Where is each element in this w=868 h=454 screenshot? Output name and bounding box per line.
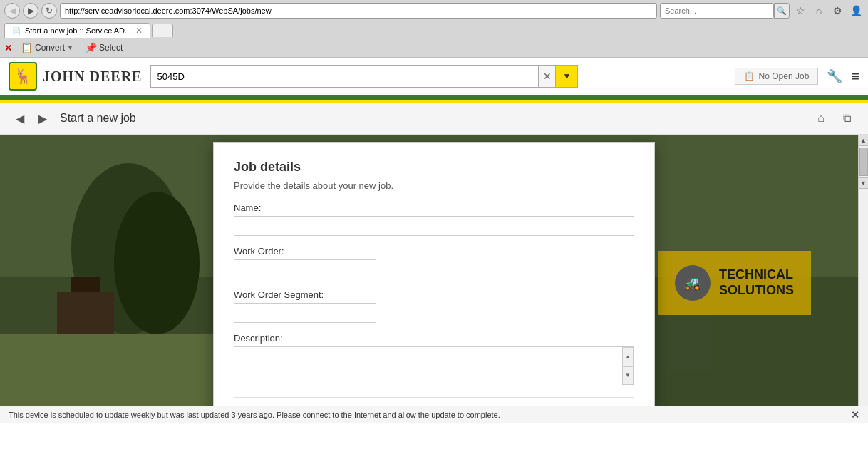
description-textarea[interactable] bbox=[234, 346, 634, 383]
address-bar[interactable] bbox=[60, 3, 657, 19]
brand-stripe bbox=[0, 97, 868, 103]
forward-button[interactable]: ▶ bbox=[23, 3, 38, 19]
back-button[interactable]: ◀ bbox=[4, 3, 20, 19]
no-job-icon: 📋 bbox=[744, 71, 755, 81]
browser-nav-bar: ◀ ▶ ↻ 🔍 ☆ ⌂ ⚙ 👤 bbox=[0, 0, 868, 21]
status-message: This device is scheduled to update weekl… bbox=[9, 411, 500, 419]
scroll-down-button[interactable]: ▼ bbox=[859, 177, 869, 189]
header-right-section: 📋 No Open Job 🔧 ≡ bbox=[735, 68, 859, 85]
select-label: Select bbox=[99, 43, 123, 53]
convert-label: Convert bbox=[35, 43, 65, 53]
breadcrumb-nav: ◀ ▶ Start a new job ⌂ ⧉ bbox=[0, 103, 868, 135]
work-order-segment-label: Work Order Segment: bbox=[234, 289, 634, 300]
select-icon: 📌 bbox=[85, 42, 97, 53]
clear-model-button[interactable]: ✕ bbox=[538, 65, 555, 88]
tab-close-button[interactable]: ✕ bbox=[135, 26, 143, 36]
skip-section: Skip this step and continue working. War… bbox=[234, 397, 634, 406]
dialog-title: Job details bbox=[234, 160, 634, 175]
convert-button[interactable]: 📋 Convert ▼ bbox=[18, 41, 76, 55]
wrench-settings-icon[interactable]: 🔧 bbox=[827, 68, 842, 84]
no-job-label: No Open Job bbox=[759, 71, 810, 81]
hamburger-menu-icon[interactable]: ≡ bbox=[851, 68, 859, 85]
name-field-group: Name: bbox=[234, 202, 634, 236]
nav-right-icons: ⌂ ⧉ bbox=[811, 108, 857, 128]
deer-icon: 🦌 bbox=[9, 62, 37, 91]
user-icon: 👤 bbox=[848, 3, 864, 19]
settings-button[interactable]: ⚙ bbox=[830, 3, 845, 19]
description-label: Description: bbox=[234, 333, 634, 344]
job-details-dialog: Job details Provide the details about yo… bbox=[213, 142, 655, 406]
work-order-field-group: Work Order: bbox=[234, 246, 634, 279]
nav-back-button[interactable]: ◀ bbox=[11, 110, 29, 127]
app-header: 🦌 JOHN DEERE ✕ ▼ 📋 No Open Job 🔧 ≡ bbox=[0, 58, 868, 97]
star-button[interactable]: ☆ bbox=[792, 3, 808, 19]
page-scrollbar: ▲ ▼ bbox=[858, 135, 868, 406]
work-order-label: Work Order: bbox=[234, 246, 634, 257]
name-label: Name: bbox=[234, 202, 634, 213]
convert-icon: 📋 bbox=[21, 42, 33, 53]
nav-home-icon[interactable]: ⌂ bbox=[811, 108, 831, 128]
tab-bar: 📄 Start a new job :: Service AD... ✕ + bbox=[0, 21, 868, 38]
name-input[interactable] bbox=[234, 216, 634, 236]
brand-name: JOHN DEERE bbox=[43, 68, 142, 85]
work-order-segment-input[interactable] bbox=[234, 303, 376, 323]
toolbar-close-button[interactable]: ✕ bbox=[4, 43, 12, 53]
status-bar: This device is scheduled to update weekl… bbox=[0, 406, 868, 423]
main-content-area: 🚜 TECHNICAL SOLUTIONS Job details Provid… bbox=[0, 135, 868, 406]
dialog-subtitle: Provide the details about your new job. bbox=[234, 180, 634, 191]
model-search-input[interactable] bbox=[150, 65, 538, 88]
description-textarea-wrapper: ▲ ▼ bbox=[234, 346, 634, 386]
tab-label: Start a new job :: Service AD... bbox=[25, 26, 131, 35]
work-order-input[interactable] bbox=[234, 259, 376, 279]
convert-dropdown-arrow: ▼ bbox=[67, 44, 73, 51]
refresh-button[interactable]: ↻ bbox=[41, 3, 57, 19]
search-input[interactable] bbox=[660, 3, 774, 19]
home-button[interactable]: ⌂ bbox=[811, 3, 827, 19]
scroll-up-button[interactable]: ▲ bbox=[859, 135, 869, 146]
toolbar: ✕ 📋 Convert ▼ 📌 Select bbox=[0, 38, 868, 58]
textarea-scroll-down[interactable]: ▼ bbox=[622, 366, 634, 386]
model-dropdown-button[interactable]: ▼ bbox=[555, 65, 578, 88]
work-order-segment-field-group: Work Order Segment: bbox=[234, 289, 634, 323]
active-tab[interactable]: 📄 Start a new job :: Service AD... ✕ bbox=[4, 23, 150, 38]
page-title: Start a new job bbox=[60, 112, 136, 125]
tab-favicon: 📄 bbox=[12, 27, 21, 35]
description-field-group: Description: ▲ ▼ bbox=[234, 333, 634, 386]
search-button[interactable]: 🔍 bbox=[774, 3, 790, 19]
select-button[interactable]: 📌 Select bbox=[82, 41, 125, 55]
model-search-container: ✕ ▼ bbox=[150, 65, 578, 88]
dialog-overlay: Job details Provide the details about yo… bbox=[0, 135, 868, 406]
nav-forward-button[interactable]: ▶ bbox=[34, 110, 51, 127]
textarea-scroll-up[interactable]: ▲ bbox=[622, 347, 634, 366]
textarea-scrollbar: ▲ ▼ bbox=[622, 347, 634, 385]
nav-split-view-icon[interactable]: ⧉ bbox=[837, 108, 857, 128]
scroll-thumb[interactable] bbox=[859, 148, 868, 176]
no-open-job-button[interactable]: 📋 No Open Job bbox=[735, 68, 819, 85]
browser-chrome: ◀ ▶ ↻ 🔍 ☆ ⌂ ⚙ 👤 📄 Start a new job :: Ser… bbox=[0, 0, 868, 38]
new-tab-button[interactable]: + bbox=[152, 24, 173, 37]
john-deere-logo: 🦌 JOHN DEERE bbox=[9, 62, 142, 91]
status-close-button[interactable]: ✕ bbox=[851, 409, 859, 421]
